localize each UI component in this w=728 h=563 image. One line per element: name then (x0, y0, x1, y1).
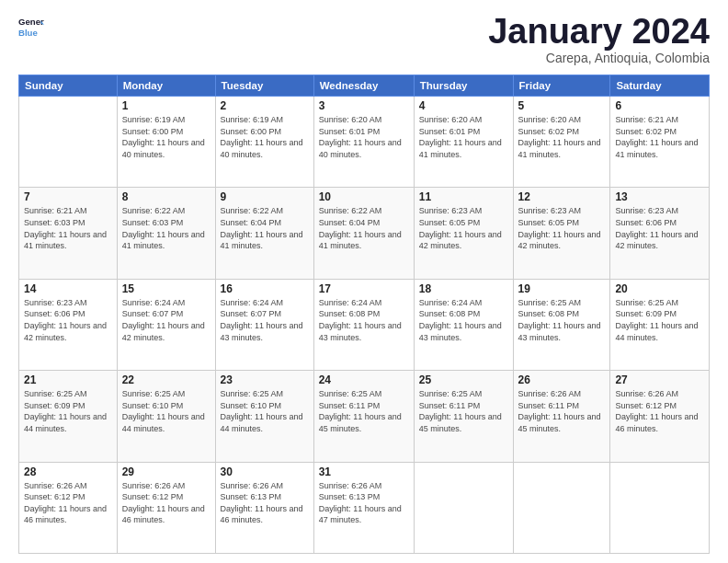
week-row-4: 21Sunrise: 6:25 AMSunset: 6:09 PMDayligh… (19, 371, 710, 462)
day-info: Sunrise: 6:25 AMSunset: 6:11 PMDaylight:… (319, 388, 409, 434)
day-number: 19 (518, 282, 606, 295)
day-info: Sunrise: 6:24 AMSunset: 6:07 PMDaylight:… (221, 297, 309, 343)
day-number: 17 (319, 282, 409, 295)
day-cell: 4Sunrise: 6:20 AMSunset: 6:01 PMDaylight… (414, 97, 513, 188)
day-cell: 21Sunrise: 6:25 AMSunset: 6:09 PMDayligh… (19, 371, 118, 462)
day-info: Sunrise: 6:21 AMSunset: 6:02 PMDaylight:… (615, 114, 704, 160)
day-number: 23 (221, 373, 309, 386)
day-cell: 17Sunrise: 6:24 AMSunset: 6:08 PMDayligh… (313, 279, 414, 370)
day-number: 7 (24, 190, 112, 203)
day-info: Sunrise: 6:23 AMSunset: 6:05 PMDaylight:… (419, 205, 508, 251)
day-info: Sunrise: 6:23 AMSunset: 6:06 PMDaylight:… (24, 297, 112, 343)
day-info: Sunrise: 6:22 AMSunset: 6:04 PMDaylight:… (221, 205, 309, 251)
col-header-monday: Monday (117, 75, 215, 97)
col-header-thursday: Thursday (414, 75, 513, 97)
day-info: Sunrise: 6:22 AMSunset: 6:03 PMDaylight:… (122, 205, 210, 251)
day-cell: 6Sunrise: 6:21 AMSunset: 6:02 PMDaylight… (610, 97, 710, 188)
logo: General Blue (18, 14, 44, 40)
day-cell (610, 462, 710, 553)
day-cell: 14Sunrise: 6:23 AMSunset: 6:06 PMDayligh… (19, 279, 118, 370)
day-cell: 12Sunrise: 6:23 AMSunset: 6:05 PMDayligh… (513, 188, 610, 279)
day-info: Sunrise: 6:20 AMSunset: 6:02 PMDaylight:… (518, 114, 606, 160)
day-info: Sunrise: 6:26 AMSunset: 6:12 PMDaylight:… (24, 480, 112, 526)
day-cell: 10Sunrise: 6:22 AMSunset: 6:04 PMDayligh… (313, 188, 414, 279)
day-info: Sunrise: 6:25 AMSunset: 6:10 PMDaylight:… (221, 388, 309, 434)
day-number: 28 (24, 465, 112, 478)
day-number: 10 (319, 190, 409, 203)
day-cell: 26Sunrise: 6:26 AMSunset: 6:11 PMDayligh… (513, 371, 610, 462)
day-number: 1 (122, 99, 210, 112)
header-row: SundayMondayTuesdayWednesdayThursdayFrid… (19, 75, 710, 97)
day-info: Sunrise: 6:24 AMSunset: 6:07 PMDaylight:… (122, 297, 210, 343)
subtitle: Carepa, Antioquia, Colombia (488, 51, 710, 65)
day-cell: 3Sunrise: 6:20 AMSunset: 6:01 PMDaylight… (313, 97, 414, 188)
day-number: 3 (319, 99, 409, 112)
day-cell: 18Sunrise: 6:24 AMSunset: 6:08 PMDayligh… (414, 279, 513, 370)
day-info: Sunrise: 6:25 AMSunset: 6:11 PMDaylight:… (419, 388, 508, 434)
day-number: 20 (615, 282, 704, 295)
week-row-5: 28Sunrise: 6:26 AMSunset: 6:12 PMDayligh… (19, 462, 710, 553)
day-number: 29 (122, 465, 210, 478)
day-info: Sunrise: 6:23 AMSunset: 6:05 PMDaylight:… (518, 205, 606, 251)
day-info: Sunrise: 6:24 AMSunset: 6:08 PMDaylight:… (419, 297, 508, 343)
day-info: Sunrise: 6:25 AMSunset: 6:09 PMDaylight:… (615, 297, 704, 343)
day-cell: 15Sunrise: 6:24 AMSunset: 6:07 PMDayligh… (117, 279, 215, 370)
week-row-1: 1Sunrise: 6:19 AMSunset: 6:00 PMDaylight… (19, 97, 710, 188)
header: General Blue January 2024 Carepa, Antioq… (18, 14, 710, 65)
day-info: Sunrise: 6:20 AMSunset: 6:01 PMDaylight:… (419, 114, 508, 160)
day-number: 11 (419, 190, 508, 203)
day-cell (19, 97, 118, 188)
day-cell: 1Sunrise: 6:19 AMSunset: 6:00 PMDaylight… (117, 97, 215, 188)
day-cell: 24Sunrise: 6:25 AMSunset: 6:11 PMDayligh… (313, 371, 414, 462)
day-cell: 7Sunrise: 6:21 AMSunset: 6:03 PMDaylight… (19, 188, 118, 279)
day-number: 14 (24, 282, 112, 295)
day-cell: 27Sunrise: 6:26 AMSunset: 6:12 PMDayligh… (610, 371, 710, 462)
day-number: 6 (615, 99, 704, 112)
page: General Blue January 2024 Carepa, Antioq… (0, 0, 728, 563)
day-cell: 25Sunrise: 6:25 AMSunset: 6:11 PMDayligh… (414, 371, 513, 462)
day-info: Sunrise: 6:26 AMSunset: 6:11 PMDaylight:… (518, 388, 606, 434)
day-number: 4 (419, 99, 508, 112)
day-cell: 29Sunrise: 6:26 AMSunset: 6:12 PMDayligh… (117, 462, 215, 553)
day-number: 9 (221, 190, 309, 203)
svg-text:General: General (18, 17, 44, 27)
col-header-sunday: Sunday (19, 75, 118, 97)
day-number: 21 (24, 373, 112, 386)
day-cell: 5Sunrise: 6:20 AMSunset: 6:02 PMDaylight… (513, 97, 610, 188)
day-info: Sunrise: 6:23 AMSunset: 6:06 PMDaylight:… (615, 205, 704, 251)
day-number: 2 (221, 99, 309, 112)
day-cell: 9Sunrise: 6:22 AMSunset: 6:04 PMDaylight… (215, 188, 313, 279)
day-number: 30 (221, 465, 309, 478)
day-info: Sunrise: 6:24 AMSunset: 6:08 PMDaylight:… (319, 297, 409, 343)
col-header-tuesday: Tuesday (215, 75, 313, 97)
day-cell: 16Sunrise: 6:24 AMSunset: 6:07 PMDayligh… (215, 279, 313, 370)
day-info: Sunrise: 6:26 AMSunset: 6:12 PMDaylight:… (615, 388, 704, 434)
title-block: January 2024 Carepa, Antioquia, Colombia (488, 14, 710, 65)
day-cell: 22Sunrise: 6:25 AMSunset: 6:10 PMDayligh… (117, 371, 215, 462)
day-info: Sunrise: 6:20 AMSunset: 6:01 PMDaylight:… (319, 114, 409, 160)
day-number: 26 (518, 373, 606, 386)
day-info: Sunrise: 6:25 AMSunset: 6:09 PMDaylight:… (24, 388, 112, 434)
month-title: January 2024 (488, 14, 710, 49)
day-info: Sunrise: 6:26 AMSunset: 6:13 PMDaylight:… (221, 480, 309, 526)
day-cell (513, 462, 610, 553)
day-cell: 2Sunrise: 6:19 AMSunset: 6:00 PMDaylight… (215, 97, 313, 188)
week-row-3: 14Sunrise: 6:23 AMSunset: 6:06 PMDayligh… (19, 279, 710, 370)
col-header-wednesday: Wednesday (313, 75, 414, 97)
day-number: 13 (615, 190, 704, 203)
day-info: Sunrise: 6:25 AMSunset: 6:08 PMDaylight:… (518, 297, 606, 343)
day-info: Sunrise: 6:22 AMSunset: 6:04 PMDaylight:… (319, 205, 409, 251)
day-number: 24 (319, 373, 409, 386)
day-cell: 11Sunrise: 6:23 AMSunset: 6:05 PMDayligh… (414, 188, 513, 279)
day-number: 16 (221, 282, 309, 295)
day-cell: 31Sunrise: 6:26 AMSunset: 6:13 PMDayligh… (313, 462, 414, 553)
day-cell: 28Sunrise: 6:26 AMSunset: 6:12 PMDayligh… (19, 462, 118, 553)
day-number: 18 (419, 282, 508, 295)
calendar-table: SundayMondayTuesdayWednesdayThursdayFrid… (18, 75, 710, 554)
day-number: 8 (122, 190, 210, 203)
day-info: Sunrise: 6:19 AMSunset: 6:00 PMDaylight:… (122, 114, 210, 160)
day-number: 27 (615, 373, 704, 386)
day-info: Sunrise: 6:26 AMSunset: 6:13 PMDaylight:… (319, 480, 409, 526)
day-info: Sunrise: 6:25 AMSunset: 6:10 PMDaylight:… (122, 388, 210, 434)
logo-icon: General Blue (18, 14, 44, 40)
